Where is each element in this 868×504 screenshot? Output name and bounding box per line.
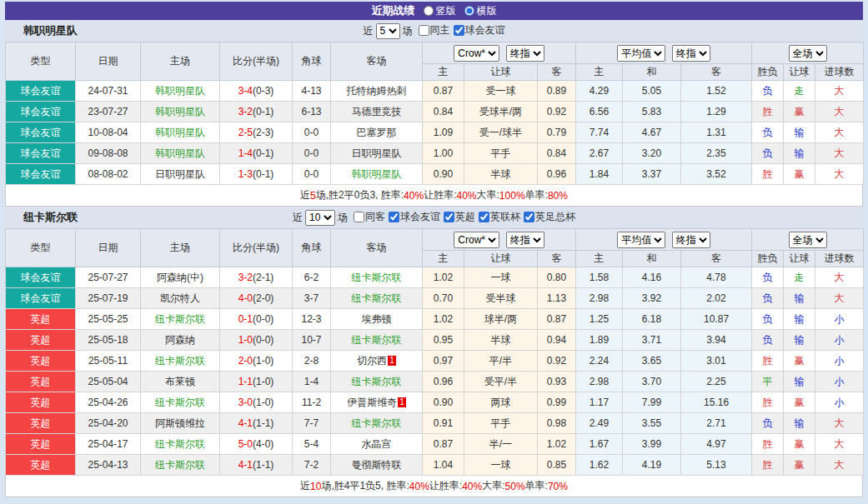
eu-away-odds: 1.31 bbox=[681, 122, 752, 143]
date-cell: 24-07-31 bbox=[76, 81, 141, 102]
home-team-cell: 纽卡斯尔联 bbox=[141, 392, 220, 413]
ah-source-select[interactable]: Crow* bbox=[454, 45, 499, 62]
eu-draw-odds: 4.19 bbox=[623, 455, 681, 476]
eu-away-odds: 5.13 bbox=[681, 455, 752, 476]
view-option-horizontal[interactable]: 横版 bbox=[464, 4, 497, 18]
away-team-name: 马德里竞技 bbox=[352, 106, 402, 117]
date-cell: 08-08-02 bbox=[76, 164, 141, 185]
record-summary: 近10场,胜4平1负5, 胜率:40% 让胜率:40% 大率:50% 单率:70… bbox=[5, 476, 863, 497]
eu-select-group: 平均值 终指 bbox=[576, 229, 752, 251]
goals-cell: 大 bbox=[815, 102, 864, 122]
score-cell: 1-4(0-1) bbox=[220, 143, 293, 164]
result-cell: 负 bbox=[752, 288, 784, 309]
goals-cell: 大 bbox=[815, 434, 864, 455]
corner-cell: 5-4 bbox=[293, 434, 331, 455]
near-label: 近 bbox=[364, 24, 374, 38]
away-team-cell: 纽卡斯尔联 bbox=[331, 413, 423, 434]
ah-source-select[interactable]: Crow* bbox=[454, 232, 499, 248]
score-cell: 5-0(4-0) bbox=[220, 434, 293, 455]
ah-home-odds: 1.02 bbox=[423, 267, 464, 288]
eu-source-select[interactable]: 平均值 bbox=[617, 45, 665, 62]
filter-checkbox-input[interactable] bbox=[389, 212, 399, 222]
record-summary: 近5场,胜2平0负3, 胜率:40% 让胜率:40% 大率:100% 单率:80… bbox=[5, 185, 863, 207]
home-team-name: 纽卡斯尔联 bbox=[155, 397, 205, 408]
filter-checkbox[interactable]: 球会友谊 bbox=[454, 23, 505, 37]
date-cell: 25-04-20 bbox=[76, 413, 141, 434]
eu-home-odds: 1.17 bbox=[576, 392, 623, 413]
away-team-name: 伊普斯维奇 bbox=[347, 397, 397, 408]
match-row: 英超25-05-04布莱顿1-1(1-0)1-4纽卡斯尔联0.96受平/半0.9… bbox=[6, 372, 864, 392]
filter-checkbox[interactable]: 英超 bbox=[444, 210, 475, 224]
score-cell: 3-4(0-3) bbox=[220, 81, 293, 102]
goals-cell: 大 bbox=[815, 122, 864, 143]
ah-result-cell: 输 bbox=[784, 330, 815, 351]
filter-checkbox[interactable]: 英足总杯 bbox=[524, 210, 575, 224]
eu-away-odds: 4.78 bbox=[681, 267, 752, 288]
filter-checkbox-input[interactable] bbox=[354, 212, 364, 222]
eu-home-odds: 2.67 bbox=[576, 143, 623, 164]
filter-checkbox[interactable]: 同客 bbox=[354, 210, 385, 224]
summary-segment: 场,胜4平1负5, 胜率: bbox=[321, 479, 409, 493]
ah-away-odds: 0.98 bbox=[538, 413, 576, 434]
match-type-badge: 英超 bbox=[6, 413, 76, 434]
away-team-name: 托特纳姆热刺 bbox=[347, 85, 407, 97]
summary-segment: 让胜率: bbox=[429, 479, 462, 493]
col-wdl: 胜负 bbox=[752, 64, 784, 81]
ah-home-odds: 0.91 bbox=[423, 413, 464, 434]
ah-line: 一球 bbox=[464, 455, 538, 476]
full-time-score: 4-1 bbox=[238, 459, 253, 471]
filter-checkbox-input[interactable] bbox=[454, 25, 464, 36]
vertical-radio[interactable] bbox=[424, 6, 434, 16]
filter-checkbox-input[interactable] bbox=[419, 25, 429, 36]
horizontal-radio[interactable] bbox=[464, 6, 474, 16]
full-time-score: 3-0 bbox=[238, 397, 253, 408]
match-type-badge: 英超 bbox=[6, 351, 76, 372]
ah-time-select[interactable]: 终指 bbox=[506, 232, 544, 248]
match-filter: 近 10 场 同客球会友谊英超英联杯英足总杯 bbox=[5, 210, 863, 226]
home-team-cell: 日职明星队 bbox=[141, 164, 220, 185]
eu-home-odds: 1.67 bbox=[576, 434, 623, 455]
ah-line: 受一球 bbox=[464, 81, 538, 102]
eu-draw-odds: 4.67 bbox=[623, 122, 681, 143]
eu-home-odds: 1.89 bbox=[576, 330, 623, 351]
filter-checkbox[interactable]: 同主 bbox=[419, 23, 450, 37]
ah-away-odds: 0.85 bbox=[538, 455, 576, 476]
ah-time-select[interactable]: 终指 bbox=[506, 45, 544, 62]
view-option-vertical[interactable]: 竖版 bbox=[424, 4, 456, 18]
summary-segment: 近 bbox=[300, 479, 310, 493]
scope-select[interactable]: 全场 bbox=[789, 45, 827, 62]
filter-checkbox[interactable]: 英联杯 bbox=[479, 210, 520, 224]
ah-line: 半球 bbox=[464, 164, 538, 185]
home-team-name: 韩职明星队 bbox=[155, 147, 205, 159]
home-team-name: 纽卡斯尔联 bbox=[155, 438, 205, 450]
match-row: 球会友谊10-08-04韩职明星队2-5(2-3)0-0巴塞罗那1.09受一/球… bbox=[6, 122, 864, 143]
eu-home-odds: 1.25 bbox=[576, 309, 623, 330]
result-cell: 胜 bbox=[752, 102, 784, 122]
match-type-badge: 球会友谊 bbox=[6, 164, 76, 185]
filter-checkbox-input[interactable] bbox=[444, 212, 454, 222]
half-time-score: (0-1) bbox=[253, 106, 273, 117]
match-type-badge: 英超 bbox=[6, 392, 76, 413]
ah-home-odds: 0.90 bbox=[423, 164, 464, 185]
filter-checkbox-input[interactable] bbox=[524, 212, 534, 222]
match-count-select[interactable]: 10 bbox=[305, 210, 335, 226]
home-team-name: 阿斯顿维拉 bbox=[155, 417, 205, 429]
eu-source-select[interactable]: 平均值 bbox=[617, 232, 665, 248]
eu-time-select[interactable]: 终指 bbox=[672, 232, 710, 248]
match-type-badge: 英超 bbox=[6, 434, 76, 455]
match-count-select[interactable]: 5 bbox=[376, 23, 400, 39]
ah-away-odds: 0.84 bbox=[538, 143, 576, 164]
summary-segment: 让胜率: bbox=[424, 188, 456, 202]
eu-time-select[interactable]: 终指 bbox=[672, 45, 710, 62]
corner-cell: 7-2 bbox=[293, 455, 331, 476]
ah-away-odds: 0.96 bbox=[538, 164, 576, 185]
eu-away-odds: 2.35 bbox=[681, 143, 752, 164]
filter-checkbox-input[interactable] bbox=[479, 212, 489, 222]
home-team-cell: 韩职明星队 bbox=[141, 143, 220, 164]
full-time-score: 4-0 bbox=[238, 292, 253, 304]
result-cell: 负 bbox=[752, 413, 784, 434]
scope-select[interactable]: 全场 bbox=[789, 232, 827, 248]
team-section: 韩职明星队 近 5 场 同主球会友谊 类型 日期 主场 bbox=[5, 20, 863, 207]
eu-away-odds: 3.94 bbox=[681, 330, 752, 351]
filter-checkbox[interactable]: 球会友谊 bbox=[389, 210, 440, 224]
